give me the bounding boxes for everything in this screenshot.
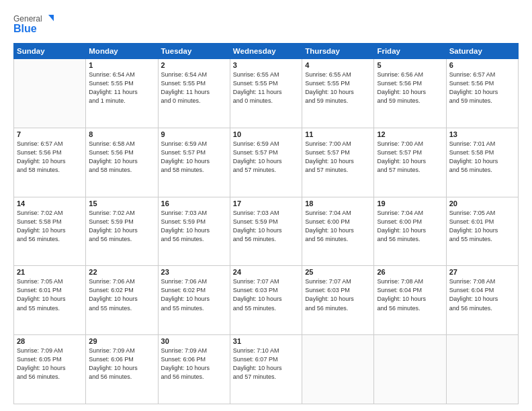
day-info: Sunrise: 7:05 AMSunset: 6:01 PMDaylight:…: [449, 209, 515, 244]
calendar-cell: 31Sunrise: 7:10 AMSunset: 6:07 PMDayligh…: [230, 335, 302, 404]
day-number: 22: [89, 268, 154, 276]
calendar-table: SundayMondayTuesdayWednesdayThursdayFrid…: [13, 43, 519, 404]
day-number: 26: [377, 268, 443, 276]
calendar-cell: 14Sunrise: 7:02 AMSunset: 5:58 PMDayligh…: [14, 197, 86, 266]
day-number: 23: [161, 268, 227, 276]
day-info: Sunrise: 7:04 AMSunset: 6:00 PMDaylight:…: [305, 209, 371, 244]
day-info: Sunrise: 7:03 AMSunset: 5:59 PMDaylight:…: [161, 209, 227, 244]
weekday-header: Tuesday: [158, 44, 230, 59]
calendar-cell: 16Sunrise: 7:03 AMSunset: 5:59 PMDayligh…: [158, 197, 230, 266]
calendar-cell: 27Sunrise: 7:08 AMSunset: 6:04 PMDayligh…: [446, 266, 518, 335]
day-info: Sunrise: 6:59 AMSunset: 5:57 PMDaylight:…: [161, 140, 227, 175]
day-info: Sunrise: 6:57 AMSunset: 5:56 PMDaylight:…: [17, 140, 83, 175]
calendar-cell: 20Sunrise: 7:05 AMSunset: 6:01 PMDayligh…: [446, 197, 518, 266]
day-number: 16: [161, 199, 227, 208]
day-info: Sunrise: 7:00 AMSunset: 5:57 PMDaylight:…: [305, 140, 371, 175]
calendar-cell: 9Sunrise: 6:59 AMSunset: 5:57 PMDaylight…: [158, 128, 230, 197]
weekday-header: Thursday: [302, 44, 374, 59]
weekday-header: Friday: [374, 44, 446, 59]
calendar-cell: 10Sunrise: 6:59 AMSunset: 5:57 PMDayligh…: [230, 128, 302, 197]
day-info: Sunrise: 7:01 AMSunset: 5:58 PMDaylight:…: [449, 140, 515, 175]
calendar-cell: [446, 335, 518, 404]
day-number: 10: [233, 130, 299, 138]
calendar-cell: 26Sunrise: 7:08 AMSunset: 6:04 PMDayligh…: [374, 266, 446, 335]
day-info: Sunrise: 6:55 AMSunset: 5:55 PMDaylight:…: [305, 71, 371, 105]
calendar-cell: 1Sunrise: 6:54 AMSunset: 5:55 PMDaylight…: [86, 59, 158, 128]
calendar-cell: 25Sunrise: 7:07 AMSunset: 6:03 PMDayligh…: [302, 266, 374, 335]
calendar-cell: 18Sunrise: 7:04 AMSunset: 6:00 PMDayligh…: [302, 197, 374, 266]
day-number: 30: [161, 337, 227, 345]
calendar-cell: 5Sunrise: 6:56 AMSunset: 5:56 PMDaylight…: [374, 59, 446, 128]
day-info: Sunrise: 6:57 AMSunset: 5:56 PMDaylight:…: [449, 71, 515, 105]
day-number: 13: [449, 130, 515, 138]
calendar-cell: 12Sunrise: 7:00 AMSunset: 5:57 PMDayligh…: [374, 128, 446, 197]
day-info: Sunrise: 7:09 AMSunset: 6:06 PMDaylight:…: [161, 347, 227, 381]
calendar-cell: 15Sunrise: 7:02 AMSunset: 5:59 PMDayligh…: [86, 197, 158, 266]
svg-text:General: General: [13, 14, 42, 24]
day-number: 19: [377, 199, 443, 208]
day-number: 12: [377, 130, 443, 138]
day-number: 5: [377, 61, 443, 69]
calendar-cell: 8Sunrise: 6:58 AMSunset: 5:56 PMDaylight…: [86, 128, 158, 197]
day-number: 1: [89, 61, 154, 69]
day-info: Sunrise: 6:55 AMSunset: 5:55 PMDaylight:…: [233, 71, 299, 105]
day-number: 21: [17, 268, 83, 276]
day-info: Sunrise: 7:07 AMSunset: 6:03 PMDaylight:…: [305, 277, 371, 312]
svg-marker-2: [48, 15, 54, 23]
weekday-header: Wednesday: [230, 44, 302, 59]
calendar-cell: 21Sunrise: 7:05 AMSunset: 6:01 PMDayligh…: [14, 266, 86, 335]
svg-text:Blue: Blue: [13, 23, 37, 34]
calendar-cell: 17Sunrise: 7:03 AMSunset: 5:59 PMDayligh…: [230, 197, 302, 266]
calendar-cell: 28Sunrise: 7:09 AMSunset: 6:05 PMDayligh…: [14, 335, 86, 404]
day-info: Sunrise: 7:05 AMSunset: 6:01 PMDaylight:…: [17, 277, 83, 312]
calendar-cell: 2Sunrise: 6:54 AMSunset: 5:55 PMDaylight…: [158, 59, 230, 128]
day-info: Sunrise: 6:54 AMSunset: 5:55 PMDaylight:…: [89, 71, 154, 105]
weekday-header: Monday: [86, 44, 158, 59]
day-info: Sunrise: 7:10 AMSunset: 6:07 PMDaylight:…: [233, 347, 299, 381]
day-info: Sunrise: 7:07 AMSunset: 6:03 PMDaylight:…: [233, 277, 299, 312]
page: General Blue SundayMondayTuesdayWednesda…: [0, 0, 532, 411]
day-info: Sunrise: 7:03 AMSunset: 5:59 PMDaylight:…: [233, 209, 299, 244]
day-number: 24: [233, 268, 299, 276]
logo-svg: General Blue: [13, 12, 54, 36]
day-number: 15: [89, 199, 154, 208]
day-info: Sunrise: 7:06 AMSunset: 6:02 PMDaylight:…: [161, 277, 227, 312]
calendar-week-row: 1Sunrise: 6:54 AMSunset: 5:55 PMDaylight…: [14, 59, 519, 128]
day-number: 7: [17, 130, 83, 138]
calendar-cell: 30Sunrise: 7:09 AMSunset: 6:06 PMDayligh…: [158, 335, 230, 404]
day-number: 28: [17, 337, 83, 345]
calendar-cell: [374, 335, 446, 404]
day-info: Sunrise: 6:59 AMSunset: 5:57 PMDaylight:…: [233, 140, 299, 175]
day-number: 25: [305, 268, 371, 276]
calendar-cell: 29Sunrise: 7:09 AMSunset: 6:06 PMDayligh…: [86, 335, 158, 404]
day-info: Sunrise: 6:56 AMSunset: 5:56 PMDaylight:…: [377, 71, 443, 105]
logo: General Blue: [13, 12, 54, 36]
day-info: Sunrise: 7:04 AMSunset: 6:00 PMDaylight:…: [377, 209, 443, 244]
calendar-cell: [14, 59, 86, 128]
calendar-week-row: 28Sunrise: 7:09 AMSunset: 6:05 PMDayligh…: [14, 335, 519, 404]
calendar-cell: 22Sunrise: 7:06 AMSunset: 6:02 PMDayligh…: [86, 266, 158, 335]
day-number: 6: [449, 61, 515, 69]
calendar-cell: 4Sunrise: 6:55 AMSunset: 5:55 PMDaylight…: [302, 59, 374, 128]
weekday-header: Sunday: [14, 44, 86, 59]
header: General Blue: [13, 12, 519, 36]
day-number: 2: [161, 61, 227, 69]
calendar-cell: 6Sunrise: 6:57 AMSunset: 5:56 PMDaylight…: [446, 59, 518, 128]
day-info: Sunrise: 7:00 AMSunset: 5:57 PMDaylight:…: [377, 140, 443, 175]
calendar-week-row: 14Sunrise: 7:02 AMSunset: 5:58 PMDayligh…: [14, 197, 519, 266]
calendar-cell: 19Sunrise: 7:04 AMSunset: 6:00 PMDayligh…: [374, 197, 446, 266]
calendar-week-row: 7Sunrise: 6:57 AMSunset: 5:56 PMDaylight…: [14, 128, 519, 197]
day-info: Sunrise: 7:09 AMSunset: 6:05 PMDaylight:…: [17, 347, 83, 381]
calendar-cell: 13Sunrise: 7:01 AMSunset: 5:58 PMDayligh…: [446, 128, 518, 197]
day-number: 18: [305, 199, 371, 208]
day-info: Sunrise: 6:58 AMSunset: 5:56 PMDaylight:…: [89, 140, 154, 175]
day-number: 11: [305, 130, 371, 138]
day-number: 29: [89, 337, 154, 345]
day-info: Sunrise: 7:06 AMSunset: 6:02 PMDaylight:…: [89, 277, 154, 312]
day-number: 9: [161, 130, 227, 138]
day-info: Sunrise: 6:54 AMSunset: 5:55 PMDaylight:…: [161, 71, 227, 105]
day-number: 14: [17, 199, 83, 208]
day-number: 4: [305, 61, 371, 69]
day-number: 3: [233, 61, 299, 69]
weekday-header-row: SundayMondayTuesdayWednesdayThursdayFrid…: [14, 44, 519, 59]
